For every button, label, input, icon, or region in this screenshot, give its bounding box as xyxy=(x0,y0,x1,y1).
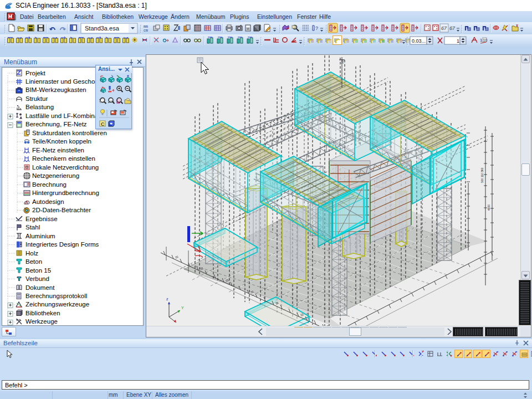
svg-text:10: 10 xyxy=(483,38,488,42)
svg-text:0.03...: 0.03... xyxy=(412,38,426,44)
svg-text:C: C xyxy=(101,121,105,127)
svg-text:67: 67 xyxy=(449,25,456,31)
svg-text:cm: cm xyxy=(144,29,148,33)
svg-text:67: 67 xyxy=(441,25,447,31)
svg-text:?: ? xyxy=(315,25,318,31)
svg-text:1: 1 xyxy=(457,38,459,44)
svg-text:Stand3a.esa: Stand3a.esa xyxy=(85,25,120,32)
